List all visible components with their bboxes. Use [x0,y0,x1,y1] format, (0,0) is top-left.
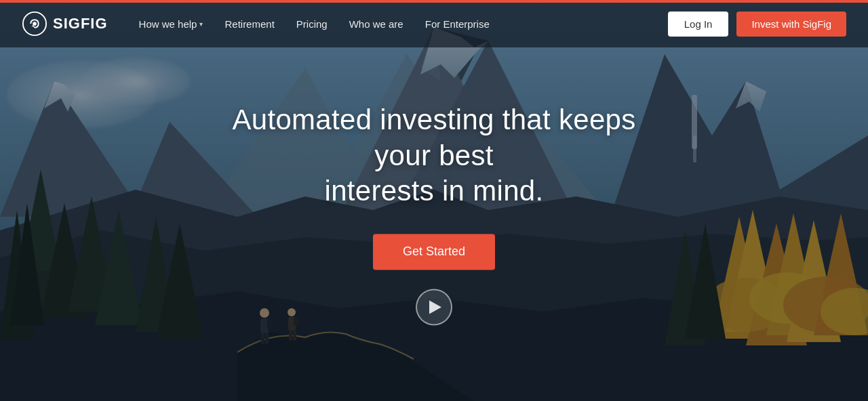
nav-who-we-are[interactable]: Who we are [340,13,413,35]
nav-how-we-help[interactable]: How we help ▾ [130,13,213,35]
sigfig-logo-icon [22,11,47,37]
nav-actions: Log In Invest with SigFig [668,12,846,37]
invest-button[interactable]: Invest with SigFig [736,12,846,37]
hero-section: SIGFIG How we help ▾ Retirement Pricing … [0,0,868,401]
nav-for-enterprise[interactable]: For Enterprise [416,13,499,35]
nav-links: How we help ▾ Retirement Pricing Who we … [130,13,668,35]
nav-retirement[interactable]: Retirement [215,13,283,35]
navbar: SIGFIG How we help ▾ Retirement Pricing … [0,0,868,47]
hero-content: Automated investing that keeps your best… [217,102,651,325]
play-video-button[interactable] [416,289,452,325]
play-icon [429,300,441,314]
hero-headline-line2: interests in mind. [325,175,544,207]
get-started-button[interactable]: Get Started [373,234,495,270]
svg-point-52 [33,22,37,26]
top-accent-bar [0,0,868,3]
nav-pricing[interactable]: Pricing [287,13,337,35]
hero-headline-line1: Automated investing that keeps your best [232,104,635,171]
login-button[interactable]: Log In [668,12,729,37]
hero-headline: Automated investing that keeps your best… [217,102,651,209]
brand-name-text: SIGFIG [53,15,108,33]
logo[interactable]: SIGFIG [22,11,108,37]
chevron-down-icon: ▾ [199,20,203,28]
